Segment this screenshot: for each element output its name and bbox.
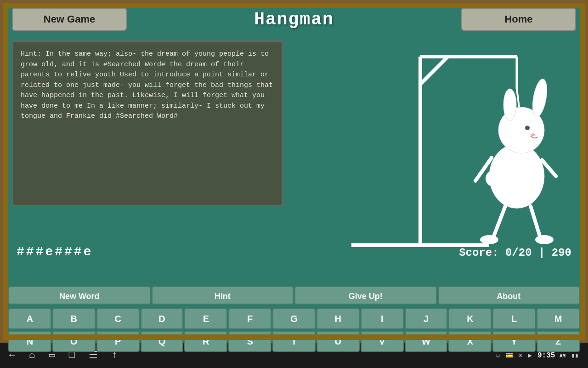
key-n[interactable]: N — [8, 331, 51, 352]
svg-line-13 — [494, 206, 505, 236]
gallows-area — [283, 36, 576, 261]
key-w[interactable]: W — [405, 331, 448, 352]
key-m[interactable]: M — [537, 308, 580, 329]
top-bar: New Game Hangman Home — [3, 3, 585, 36]
key-u[interactable]: U — [317, 331, 360, 352]
svg-line-15 — [531, 206, 540, 236]
svg-point-17 — [486, 170, 502, 187]
game-title: Hangman — [254, 10, 334, 29]
about-button[interactable]: About — [438, 286, 580, 305]
key-c[interactable]: C — [96, 308, 140, 329]
key-z[interactable]: Z — [537, 331, 580, 352]
key-s[interactable]: S — [228, 331, 271, 352]
new-word-button[interactable]: New Word — [8, 286, 151, 305]
key-t[interactable]: T — [272, 331, 316, 352]
game-area: New Game Hangman Home Hint: In the same … — [0, 0, 588, 343]
main-content: Hint: In the same way; also- the dream o… — [3, 36, 585, 261]
key-x[interactable]: X — [448, 331, 492, 352]
keyboard-area: ABCDEFGHIJKLM NOPQRSTUVWXYZ — [3, 306, 585, 355]
hint-box: Hint: In the same way; also- the dream o… — [12, 40, 283, 206]
key-h[interactable]: H — [317, 308, 360, 329]
new-game-button[interactable]: New Game — [12, 8, 127, 31]
word-display: ###e###e — [17, 245, 93, 259]
svg-line-3 — [420, 57, 448, 84]
key-a[interactable]: A — [8, 308, 51, 329]
key-row-2: NOPQRSTUVWXYZ — [8, 331, 580, 352]
action-buttons: New Word Hint Give Up! About — [3, 284, 585, 306]
give-up-button[interactable]: Give Up! — [294, 286, 437, 305]
key-b[interactable]: B — [52, 308, 96, 329]
key-k[interactable]: K — [448, 308, 492, 329]
hint-text: Hint: In the same way; also- the dream o… — [21, 50, 273, 120]
score-display: Score: 0/20 | 290 — [459, 247, 571, 259]
key-q[interactable]: Q — [141, 331, 184, 352]
key-o[interactable]: O — [52, 331, 96, 352]
key-g[interactable]: G — [272, 308, 316, 329]
key-d[interactable]: D — [141, 308, 184, 329]
word-score-row: ###e###e Score: 0/20 | 290 — [3, 261, 585, 284]
svg-line-18 — [517, 89, 519, 107]
key-j[interactable]: J — [405, 308, 448, 329]
key-l[interactable]: L — [492, 308, 536, 329]
home-button[interactable]: Home — [461, 8, 576, 31]
key-p[interactable]: P — [96, 331, 140, 352]
key-r[interactable]: R — [184, 331, 227, 352]
hint-button[interactable]: Hint — [152, 286, 294, 305]
svg-point-7 — [503, 89, 516, 121]
svg-point-8 — [530, 78, 549, 118]
key-e[interactable]: E — [184, 308, 227, 329]
key-y[interactable]: Y — [492, 331, 536, 352]
svg-point-16 — [535, 235, 554, 244]
svg-point-14 — [480, 235, 498, 244]
svg-point-9 — [525, 126, 530, 130]
key-v[interactable]: V — [361, 331, 404, 352]
key-row-1: ABCDEFGHIJKLM — [8, 308, 580, 329]
svg-point-10 — [531, 133, 535, 136]
key-i[interactable]: I — [361, 308, 404, 329]
key-f[interactable]: F — [228, 308, 271, 329]
gallows-svg — [296, 43, 563, 254]
